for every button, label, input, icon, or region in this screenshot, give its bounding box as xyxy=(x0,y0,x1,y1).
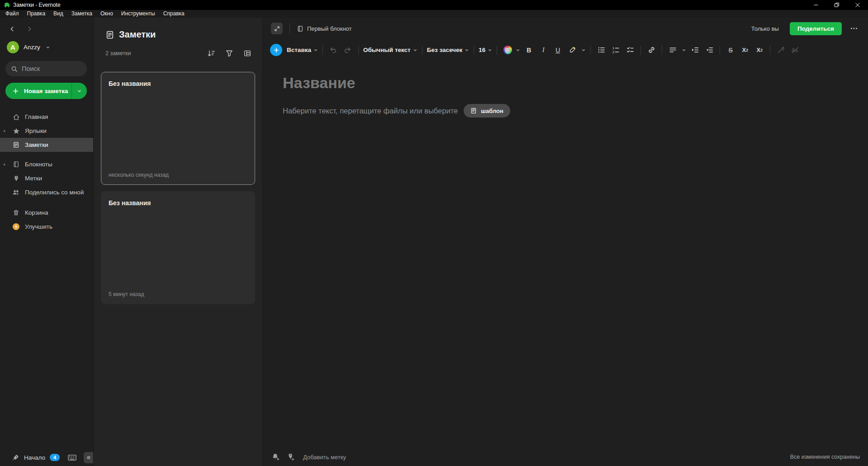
title-bar: Заметки - Evernote xyxy=(0,0,868,10)
add-tag-label[interactable]: Добавить метку xyxy=(303,454,346,461)
search-box xyxy=(5,61,87,76)
rocket-icon xyxy=(12,454,19,461)
search-input[interactable] xyxy=(22,65,81,72)
note-title: Без названия xyxy=(109,199,247,207)
note-timestamp: несколько секунд назад xyxy=(109,172,247,178)
underline-button[interactable]: U xyxy=(552,44,564,56)
menu-file[interactable]: Файл xyxy=(1,10,23,18)
expand-note-icon[interactable] xyxy=(271,23,283,34)
checklist-icon[interactable] xyxy=(624,44,636,56)
menu-edit[interactable]: Правка xyxy=(23,10,50,18)
restore-button[interactable] xyxy=(826,0,847,10)
menu-note[interactable]: Заметка xyxy=(67,10,96,18)
add-tag-icon[interactable] xyxy=(286,453,295,461)
menu-tools[interactable]: Инструменты xyxy=(117,10,159,18)
editor-footer: Добавить метку Все изменения сохранены xyxy=(263,448,868,466)
start-label[interactable]: Начало xyxy=(24,454,45,461)
sidebar-item-label: Улучшить xyxy=(25,223,52,230)
people-icon xyxy=(12,188,20,196)
highlight-icon[interactable] xyxy=(566,44,578,56)
close-button[interactable] xyxy=(847,0,868,10)
clear-format-icon[interactable]: Aa xyxy=(789,44,801,56)
sidebar-item-notebooks[interactable]: Блокноты xyxy=(0,157,93,171)
panel-title: Заметки xyxy=(119,29,156,40)
undo-icon[interactable] xyxy=(327,44,339,56)
numbered-list-icon[interactable]: 12 xyxy=(610,44,621,56)
notes-icon xyxy=(105,30,114,39)
strikethrough-button[interactable]: S xyxy=(725,44,736,56)
note-title-input[interactable]: Название xyxy=(283,74,850,92)
indent-increase-icon[interactable] xyxy=(689,44,701,56)
account-switcher[interactable]: A Anzzy xyxy=(7,41,93,53)
menu-view[interactable]: Вид xyxy=(49,10,67,18)
insert-icon[interactable] xyxy=(270,44,282,56)
italic-button[interactable]: I xyxy=(537,44,549,56)
font-color-icon[interactable] xyxy=(502,44,513,56)
note-card[interactable]: Без названия 5 минут назад xyxy=(101,191,255,304)
more-options-icon[interactable] xyxy=(848,23,860,34)
align-icon[interactable] xyxy=(667,44,678,56)
template-doc-icon xyxy=(470,108,477,114)
collapse-sidebar-icon[interactable] xyxy=(84,452,93,463)
magic-wand-icon[interactable] xyxy=(775,44,787,56)
menu-help[interactable]: Справка xyxy=(159,10,189,18)
nav-forward-icon[interactable] xyxy=(26,26,33,32)
expander-icon[interactable] xyxy=(3,129,6,133)
sidebar-item-label: Главная xyxy=(25,113,48,120)
font-family-select[interactable]: Без засечек xyxy=(427,47,463,53)
upgrade-bolt-icon xyxy=(12,223,20,231)
share-button[interactable]: Поделиться xyxy=(790,22,842,35)
template-label: шаблон xyxy=(481,108,503,114)
body-placeholder[interactable]: Наберите текст, перетащите файлы или выб… xyxy=(283,107,458,115)
superscript-button[interactable]: X2 xyxy=(739,44,751,56)
search-icon xyxy=(11,66,18,72)
template-button[interactable]: шаблон xyxy=(464,104,510,118)
link-icon[interactable] xyxy=(645,44,657,56)
notification-badge[interactable]: 4 xyxy=(50,454,60,461)
chevron-down-icon xyxy=(465,48,469,52)
bullet-list-icon[interactable] xyxy=(595,44,607,56)
note-editor: Первый блокнот Только вы Поделиться Вста… xyxy=(263,18,868,466)
sidebar-item-home[interactable]: Главная xyxy=(0,110,93,124)
insert-label[interactable]: Вставка xyxy=(287,47,311,53)
sidebar-item-tags[interactable]: Метки xyxy=(0,171,93,185)
new-note-dropdown[interactable] xyxy=(71,83,87,99)
minimize-button[interactable] xyxy=(806,0,826,10)
keyboard-icon[interactable] xyxy=(68,454,76,461)
new-note-label: Новая заметка xyxy=(24,88,68,94)
save-status: Все изменения сохранены xyxy=(790,454,860,460)
bold-button[interactable]: B xyxy=(523,44,535,56)
sort-icon[interactable] xyxy=(205,47,217,59)
notebook-name: Первый блокнот xyxy=(307,25,352,32)
editor-body[interactable]: Название Наберите текст, перетащите файл… xyxy=(263,61,868,448)
sidebar-item-shortcuts[interactable]: Ярлыки xyxy=(0,124,93,138)
font-size-select[interactable]: 16 xyxy=(479,47,485,53)
sidebar-item-label: Заметки xyxy=(25,141,48,148)
note-card[interactable]: Без названия несколько секунд назад xyxy=(101,72,255,185)
add-reminder-icon[interactable] xyxy=(271,453,280,461)
new-note-button[interactable]: Новая заметка xyxy=(5,83,87,99)
chevron-down-icon xyxy=(413,48,417,52)
sidebar-item-shared[interactable]: Поделились со мной xyxy=(0,185,93,199)
editor-header: Первый блокнот Только вы Поделиться xyxy=(263,18,868,39)
indent-decrease-icon[interactable] xyxy=(703,44,715,56)
notebook-breadcrumb[interactable]: Первый блокнот xyxy=(297,25,352,32)
visibility-label[interactable]: Только вы xyxy=(751,25,779,32)
sidebar-item-notes[interactable]: Заметки xyxy=(0,138,93,152)
expander-icon[interactable] xyxy=(3,163,6,166)
filter-icon[interactable] xyxy=(223,47,235,59)
sidebar-item-label: Корзина xyxy=(25,209,48,216)
plus-icon xyxy=(12,88,19,94)
chevron-down-icon xyxy=(46,45,50,50)
trash-icon xyxy=(12,209,20,216)
sidebar-item-upgrade[interactable]: Улучшить xyxy=(0,220,93,234)
subscript-button[interactable]: X2 xyxy=(754,44,765,56)
nav-back-icon[interactable] xyxy=(9,26,15,32)
sidebar-item-label: Поделились со мной xyxy=(25,189,84,196)
grid-view-icon[interactable] xyxy=(242,47,253,59)
sidebar-item-trash[interactable]: Корзина xyxy=(0,206,93,220)
redo-icon[interactable] xyxy=(342,44,354,56)
paragraph-style-select[interactable]: Обычный текст xyxy=(363,47,411,53)
chevron-down-icon xyxy=(682,48,686,52)
menu-window[interactable]: Окно xyxy=(96,10,117,18)
